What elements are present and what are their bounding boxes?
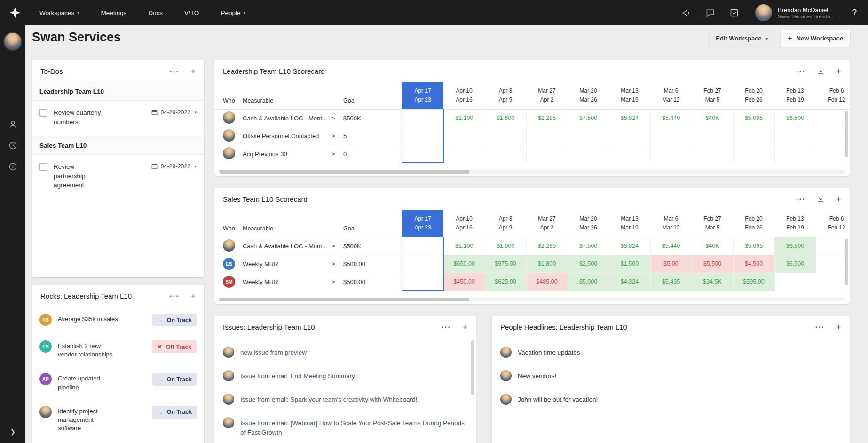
score-cell[interactable] [526, 127, 568, 145]
score-cell[interactable]: $40K [692, 109, 733, 127]
headline-item[interactable]: Vacation time updates [492, 340, 850, 364]
score-cell[interactable]: $4,500 [733, 255, 774, 273]
score-cell[interactable]: $6,500 [774, 237, 816, 255]
headline-item[interactable]: New vendors! [492, 364, 850, 388]
score-cell[interactable] [402, 127, 443, 145]
todo-title[interactable]: Review quarterly numbers [54, 108, 103, 127]
score-cell[interactable]: $1,100 [443, 109, 485, 127]
rock-title[interactable]: Average $35k in sales [58, 314, 118, 324]
people-icon[interactable] [8, 119, 18, 129]
more-options-icon[interactable]: ⋯ [815, 322, 825, 332]
score-cell[interactable] [402, 145, 443, 163]
add-measurable-icon[interactable]: + [836, 195, 841, 204]
score-cell[interactable] [692, 127, 733, 145]
todo-due-date-control[interactable]: 04-29-2022▾ [151, 109, 197, 116]
score-cell[interactable]: $1,600 [485, 109, 526, 127]
score-cell[interactable]: $595.00 [733, 273, 774, 291]
workspace-owner-avatar[interactable] [3, 32, 22, 51]
score-cell[interactable]: $650.00 [443, 255, 485, 273]
measurable-name[interactable]: Cash & Available LOC - Mont... [243, 237, 331, 255]
score-cell[interactable]: $6,500 [774, 255, 816, 273]
score-cell[interactable]: $2,285 [526, 237, 568, 255]
rock-title[interactable]: Create updated pipeline [58, 373, 118, 391]
issue-item[interactable]: Issue from email: [Webinar] How to Scale… [214, 411, 476, 443]
more-options-icon[interactable]: ⋯ [169, 66, 179, 76]
add-issue-icon[interactable]: + [462, 323, 467, 332]
score-cell[interactable]: $5,435 [650, 273, 692, 291]
measurable-name[interactable]: Cash & Available LOC - Mont... [243, 109, 331, 127]
expand-sidebar-icon[interactable]: ❯ [0, 428, 25, 435]
score-cell[interactable]: $7,500 [568, 109, 609, 127]
more-options-icon[interactable]: ⋯ [796, 66, 805, 76]
score-cell[interactable]: $40K [692, 237, 733, 255]
measurable-name[interactable]: Acq Previous 30 [243, 145, 331, 163]
more-options-icon[interactable]: ⋯ [441, 322, 451, 332]
score-cell[interactable]: $5,000 [568, 273, 609, 291]
score-cell[interactable] [774, 273, 816, 291]
score-cell[interactable] [485, 127, 526, 145]
score-cell[interactable] [568, 127, 609, 145]
rock-title[interactable]: Identify project management software [58, 406, 118, 433]
edit-workspace-button[interactable]: Edit Workspace ▾ [709, 30, 775, 47]
user-menu[interactable]: Brendan McDaniel Swan Services Brenda... [778, 7, 834, 19]
download-icon[interactable] [817, 67, 825, 75]
check-square-icon[interactable] [729, 8, 739, 18]
rock-status-off-track-button[interactable]: ✕Off Track [152, 340, 197, 353]
score-cell[interactable] [402, 273, 443, 291]
score-cell[interactable] [443, 127, 485, 145]
score-cell[interactable]: $6,500 [774, 109, 816, 127]
score-cell[interactable] [609, 127, 650, 145]
score-cell[interactable]: $5,824 [609, 237, 650, 255]
more-options-icon[interactable]: ⋯ [169, 291, 179, 301]
score-cell[interactable]: $4,324 [609, 273, 650, 291]
nav-item-workspaces[interactable]: Workspaces▾ [39, 9, 79, 16]
score-cell[interactable]: $34.5K [692, 273, 733, 291]
score-cell[interactable] [443, 145, 485, 163]
score-cell[interactable]: $2,500 [568, 255, 609, 273]
info-icon[interactable] [8, 162, 18, 172]
score-cell[interactable] [402, 109, 443, 127]
add-rock-icon[interactable]: + [190, 292, 196, 301]
rock-status-on-track-button[interactable]: →On Track [152, 314, 197, 326]
score-cell[interactable]: $5,440 [650, 237, 692, 255]
vertical-scrollbar[interactable] [845, 239, 848, 285]
score-cell[interactable] [650, 145, 692, 163]
issue-item[interactable]: Issue from email: Spark your team's crea… [214, 388, 476, 411]
history-clock-icon[interactable] [8, 141, 18, 150]
score-cell[interactable]: $485.00 [526, 273, 568, 291]
measurable-name[interactable]: Weekly MRR [243, 273, 331, 291]
todo-due-date-control[interactable]: 04-29-2022▾ [151, 163, 197, 170]
nav-item-meetings[interactable]: Meetings [101, 9, 127, 16]
vertical-scrollbar[interactable] [471, 340, 474, 395]
measurable-name[interactable]: Weekly MRR [243, 255, 331, 273]
score-cell[interactable]: $450.00 [443, 273, 485, 291]
score-cell[interactable]: $2,285 [526, 109, 568, 127]
rock-title[interactable]: Establish 2 new vendor relationships [58, 340, 118, 359]
download-icon[interactable] [817, 195, 825, 203]
score-cell[interactable]: $5,440 [650, 109, 692, 127]
score-cell[interactable] [774, 145, 816, 163]
score-cell[interactable] [650, 127, 692, 145]
score-cell[interactable]: $5,095 [733, 109, 774, 127]
score-cell[interactable] [526, 145, 568, 163]
measurable-name[interactable]: Offsite Personnel Contacted [243, 127, 331, 145]
rock-status-on-track-button[interactable]: →On Track [152, 373, 197, 386]
issue-item[interactable]: new issue from preview [214, 340, 476, 364]
issue-item[interactable]: Issue from email: End Meeting Summary [214, 364, 476, 388]
headline-item[interactable]: John will be out for vacation! [492, 388, 850, 411]
add-measurable-icon[interactable]: + [836, 67, 841, 76]
vertical-scrollbar[interactable] [845, 111, 848, 157]
horizontal-scrollbar[interactable] [219, 170, 845, 174]
score-cell[interactable]: $5,824 [609, 109, 650, 127]
user-avatar[interactable] [755, 4, 772, 21]
score-cell[interactable] [568, 145, 609, 163]
todo-checkbox[interactable] [39, 109, 47, 117]
score-cell[interactable]: $7,500 [568, 237, 609, 255]
scrollbar-thumb[interactable] [219, 298, 469, 301]
todo-title[interactable]: Review partnership agreement [54, 162, 103, 190]
score-cell[interactable]: $975.00 [485, 255, 526, 273]
score-cell[interactable]: $1,800 [526, 255, 568, 273]
add-todo-icon[interactable]: + [190, 67, 196, 76]
score-cell[interactable]: $5,095 [733, 237, 774, 255]
nav-item-docs[interactable]: Docs [148, 9, 163, 16]
